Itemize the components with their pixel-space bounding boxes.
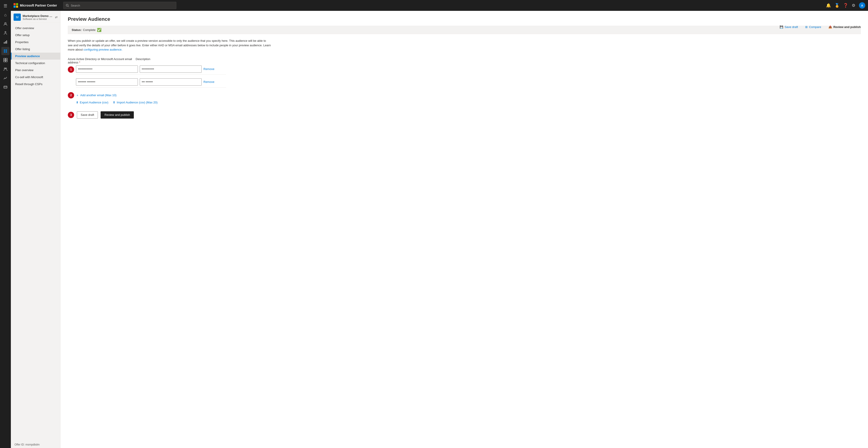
page-title: Preview Audience xyxy=(68,16,861,22)
sidebar-item-offer-overview[interactable]: Offer overview xyxy=(11,25,60,32)
status-bar: Status: Complete ✅ xyxy=(68,26,861,34)
search-input[interactable] xyxy=(71,4,174,7)
save-draft-header-label: Save draft xyxy=(784,25,798,29)
partners-icon[interactable] xyxy=(1,65,9,73)
step-badge-2: 2 xyxy=(68,92,74,98)
svg-point-0 xyxy=(5,23,6,24)
bottom-buttons: 3 Save draft Review and publish xyxy=(68,111,861,118)
sidebar-nav: Offer overview Offer setup Properties Of… xyxy=(11,23,60,441)
save-draft-icon: 💾 xyxy=(780,25,783,29)
description-input-2[interactable] xyxy=(140,78,202,85)
svg-point-1 xyxy=(5,32,6,33)
add-email-link[interactable]: ＋ Add another email (Max 10) xyxy=(76,93,116,97)
email-input-2[interactable] xyxy=(76,78,138,85)
help-icon[interactable]: ❓ xyxy=(843,3,848,8)
sidebar-header: M Marketplace Demo - ... Software as a S… xyxy=(11,11,60,23)
step-badge-3: 3 xyxy=(68,112,74,118)
svg-point-13 xyxy=(4,68,5,69)
sidebar-item-technical-configuration[interactable]: Technical configuration xyxy=(11,60,60,67)
add-icon: ＋ xyxy=(76,93,79,97)
email-col-header: Azure Active Directory or Microsoft Acco… xyxy=(68,57,134,64)
save-draft-button[interactable]: Save draft xyxy=(77,111,98,118)
sidebar-item-preview-audience[interactable]: Preview audience xyxy=(11,53,60,60)
import-icon: ⬆ xyxy=(113,101,115,104)
email-input-1[interactable] xyxy=(76,66,138,73)
review-publish-button[interactable]: Review and publish xyxy=(101,111,134,118)
header-actions: 💾 Save draft ⊞ Compare 📤 Review and publ… xyxy=(778,24,863,30)
sidebar-offer-title: Marketplace Demo - ... xyxy=(23,14,53,18)
svg-point-21 xyxy=(66,4,68,6)
form-table-header: Azure Active Directory or Microsoft Acco… xyxy=(68,57,226,66)
svg-rect-5 xyxy=(4,49,5,51)
review-publish-header-label: Review and publish xyxy=(833,25,861,29)
chart-icon[interactable] xyxy=(1,38,9,46)
svg-rect-6 xyxy=(6,49,7,51)
app-name: Microsoft Partner Center xyxy=(20,4,57,7)
status-value: Complete xyxy=(83,28,96,32)
sidebar-offer-subtitle: Software as a Service xyxy=(23,18,53,20)
svg-rect-19 xyxy=(13,6,16,8)
badge-icon[interactable]: 🏅 xyxy=(835,3,839,8)
review-publish-icon: 📤 xyxy=(829,25,832,29)
topbar: Microsoft Partner Center 🔔 🏅 ❓ ⚙ A xyxy=(11,0,868,11)
remove-link-1[interactable]: Remove xyxy=(204,67,226,71)
left-rail: ☰ ⌂ xyxy=(0,0,11,448)
compare-button[interactable]: ⊞ Compare xyxy=(803,24,823,30)
svg-rect-2 xyxy=(4,42,4,43)
notification-icon[interactable]: 🔔 xyxy=(826,3,831,8)
svg-rect-10 xyxy=(6,58,7,60)
swap-icon[interactable]: ⇄ xyxy=(55,15,58,19)
export-link[interactable]: ⬇ Export Audience (csv) xyxy=(76,101,108,104)
avatar[interactable]: A xyxy=(859,2,865,8)
svg-rect-15 xyxy=(4,86,7,88)
main-content: 💾 Save draft ⊞ Compare 📤 Review and publ… xyxy=(61,11,868,448)
form-actions: 2 ＋ Add another email (Max 10) ⬇ Export … xyxy=(68,92,226,104)
compare-icon: ⊞ xyxy=(805,25,808,29)
svg-rect-12 xyxy=(6,60,7,62)
svg-rect-20 xyxy=(16,6,18,8)
users-icon[interactable] xyxy=(1,20,9,28)
configuring-link[interactable]: configuring preview audience. xyxy=(84,48,122,51)
svg-rect-17 xyxy=(13,3,16,5)
review-publish-header-button[interactable]: 📤 Review and publish xyxy=(827,24,863,30)
marketplace-icon[interactable] xyxy=(1,47,9,55)
grid-icon[interactable] xyxy=(1,56,9,64)
svg-rect-18 xyxy=(16,3,18,5)
save-draft-header-button[interactable]: 💾 Save draft xyxy=(778,24,800,30)
svg-rect-7 xyxy=(4,51,5,53)
description-input-1[interactable] xyxy=(140,66,202,73)
svg-rect-8 xyxy=(6,51,7,53)
svg-line-22 xyxy=(68,6,69,7)
svg-rect-9 xyxy=(4,58,5,60)
compare-label: Compare xyxy=(809,25,821,29)
menu-icon[interactable]: ☰ xyxy=(1,2,9,10)
sidebar-item-co-sell-microsoft[interactable]: Co-sell with Microsoft xyxy=(11,74,60,80)
form-section: Azure Active Directory or Microsoft Acco… xyxy=(68,57,226,104)
microsoft-logo xyxy=(13,3,18,8)
sidebar: M Marketplace Demo - ... Software as a S… xyxy=(11,11,61,448)
settings-icon[interactable]: ⚙ xyxy=(852,3,855,8)
sidebar-item-plan-overview[interactable]: Plan overview xyxy=(11,67,60,74)
reports-icon[interactable] xyxy=(1,74,9,82)
svg-rect-11 xyxy=(4,60,5,62)
import-label: Import Audience (csv) (Max 20) xyxy=(117,101,158,104)
sidebar-item-resell-csps[interactable]: Resell through CSPs xyxy=(11,80,60,88)
home-icon[interactable]: ⌂ xyxy=(1,11,9,19)
sidebar-item-offer-setup[interactable]: Offer setup xyxy=(11,32,60,39)
person-icon[interactable] xyxy=(1,29,9,37)
status-label: Status: xyxy=(72,28,82,32)
import-link[interactable]: ⬆ Import Audience (csv) (Max 20) xyxy=(113,101,158,104)
sidebar-item-properties[interactable]: Properties xyxy=(11,39,60,46)
offer-icon: M xyxy=(13,13,21,21)
add-email-label: Add another email (Max 10) xyxy=(80,94,116,97)
remove-link-2[interactable]: Remove xyxy=(204,80,226,83)
search-container xyxy=(63,2,176,9)
billing-icon[interactable] xyxy=(1,83,9,91)
svg-rect-3 xyxy=(5,41,6,43)
search-icon xyxy=(66,4,69,7)
sidebar-item-offer-listing[interactable]: Offer listing xyxy=(11,46,60,53)
export-icon: ⬇ xyxy=(76,101,79,104)
sidebar-offer-id: Offer ID: msmpdbdm xyxy=(11,441,60,448)
description-text: When you publish or update an offer, we … xyxy=(68,39,271,52)
export-label: Export Audience (csv) xyxy=(80,101,108,104)
